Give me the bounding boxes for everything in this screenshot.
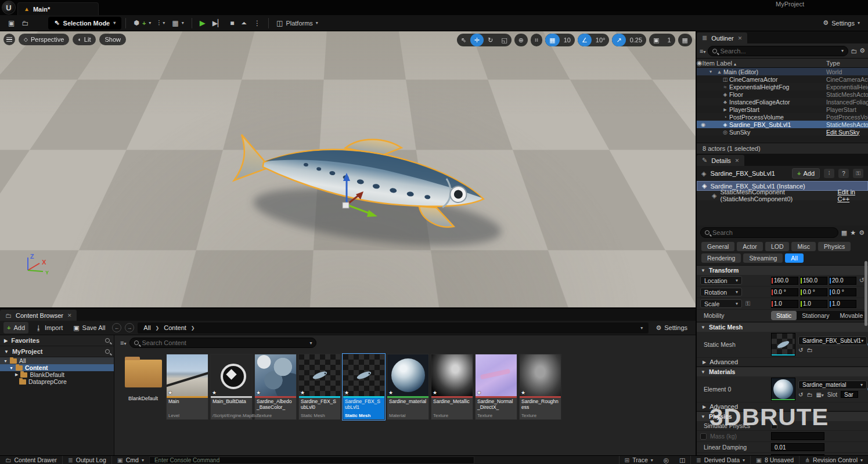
rotation-snap-value[interactable]: 10°: [592, 34, 610, 46]
maximize-viewport-button[interactable]: ▦: [678, 34, 692, 46]
tree-item-blankdefault[interactable]: ▶ BlankDefault: [0, 371, 114, 378]
type-column[interactable]: Type: [826, 60, 868, 67]
asset-folder-blankdefault[interactable]: BlankDefault: [122, 354, 164, 420]
details-scrollbar[interactable]: [865, 261, 867, 326]
material-thumbnail[interactable]: [771, 378, 795, 401]
outliner-row[interactable]: ≈ ExponentialHeightFogExponentialHeigh: [697, 83, 868, 90]
filter-physics[interactable]: Physics: [818, 242, 851, 251]
unlocked-icon[interactable]: ⚿: [853, 169, 863, 178]
sardine-mesh-render[interactable]: Z X Y: [0, 31, 696, 307]
outliner-search-input[interactable]: Search... ▾: [708, 46, 848, 56]
blueprint-convert-icon[interactable]: ⫶: [824, 169, 834, 178]
mobility-static[interactable]: Static: [771, 311, 797, 320]
eject-button[interactable]: ⏶: [237, 17, 250, 30]
gear-icon[interactable]: ⚙: [859, 229, 865, 237]
outliner-row[interactable]: ◈ FloorStaticMeshActor: [697, 90, 868, 98]
mass-override-checkbox[interactable]: [700, 433, 707, 440]
outliner-row[interactable]: ◫ CineCameraActorCineCameraActor: [697, 75, 868, 83]
browse-content-button[interactable]: 🗀: [18, 17, 32, 30]
gear-icon[interactable]: ⚙: [859, 47, 865, 55]
filter-actor[interactable]: Actor: [737, 242, 763, 251]
grid-snap-toggle[interactable]: ▦: [545, 34, 559, 46]
rotation-y-field[interactable]: 0.0 °: [800, 288, 827, 296]
static-mesh-advanced[interactable]: ▶Advanced: [697, 358, 868, 367]
console-command-input[interactable]: Enter Console Command: [149, 456, 474, 464]
slot-name-field[interactable]: Sar: [841, 391, 858, 398]
material-asset-dropdown[interactable]: Sardine_material▾: [798, 380, 867, 389]
location-y-field[interactable]: 150.0: [800, 277, 827, 285]
mass-field[interactable]: [771, 432, 824, 440]
content-drawer-button[interactable]: 🗀 Content Drawer: [0, 456, 62, 464]
camera-speed-value[interactable]: 1: [663, 34, 675, 46]
show-dropdown[interactable]: Show: [99, 34, 126, 45]
tab-outliner[interactable]: ≣ Outliner ✕: [697, 32, 747, 44]
details-search-input[interactable]: Search: [700, 227, 838, 238]
filter-misc[interactable]: Misc: [791, 242, 816, 251]
blueprints-dropdown[interactable]: ⫶▾: [154, 17, 168, 30]
3d-viewport[interactable]: Z X Y ◇ Perspective ◐ Lit Show ⇖ ✛ ↻ ◱ ⊕…: [0, 31, 696, 307]
asset-tile-sardine-material[interactable]: ★ Sardine_materialMaterial: [387, 354, 429, 420]
rotate-tool[interactable]: ↻: [484, 34, 497, 46]
forward-button[interactable]: →: [125, 323, 134, 332]
rotation-dropdown[interactable]: Rotation▾: [700, 288, 742, 296]
use-selected-icon[interactable]: ↺: [798, 392, 803, 398]
back-button[interactable]: ←: [112, 323, 121, 332]
breadcrumb-root[interactable]: All: [143, 324, 150, 331]
outliner-row[interactable]: ▾ ▲ Main (Editor)World: [697, 68, 868, 75]
chevron-down-icon[interactable]: ▾: [640, 325, 643, 331]
tree-item-dataprepcore[interactable]: DataprepCore: [0, 378, 114, 385]
play-button[interactable]: ▶: [196, 17, 209, 30]
asset-tile-sardine-fbx-sublvl1-selected[interactable]: ★ Sardine_FBX_SubLvl1Static Mesh: [343, 354, 385, 420]
edit-sunsky-link[interactable]: Edit SunSky: [826, 129, 859, 136]
tree-item-all[interactable]: ▼ All: [0, 357, 114, 364]
item-label-column[interactable]: Item Label ▴: [703, 60, 826, 67]
add-actor-dropdown[interactable]: ⬢+▾: [130, 17, 154, 30]
asset-tile-sardine-roughness[interactable]: ★ Sardine_RoughnessTexture: [519, 354, 561, 420]
outliner-column-header[interactable]: ◉ Item Label ▴ Type: [697, 58, 868, 68]
perspective-dropdown[interactable]: ◇ Perspective: [19, 34, 69, 45]
asset-tile-main-builtdata[interactable]: ★ Main_BuiltData/Script/Engine.MapBu...: [210, 354, 253, 420]
scale-y-field[interactable]: 1.0: [800, 300, 827, 308]
chevron-down-icon[interactable]: ▾: [841, 48, 844, 53]
help-icon[interactable]: ?: [838, 169, 849, 178]
outliner-row[interactable]: ◎ SunSky Edit SunSky: [697, 128, 868, 136]
world-space-toggle[interactable]: ⊕: [514, 34, 528, 46]
asset-tile-sardine-albedo[interactable]: ★ Sardine_Albedo_BaseColor_Texture: [254, 354, 297, 420]
filter-lod[interactable]: LOD: [765, 242, 790, 251]
filter-streaming[interactable]: Streaming: [743, 253, 783, 263]
scale-snap-toggle[interactable]: ↗: [612, 34, 625, 46]
scale-lock-icon[interactable]: ⚿: [745, 300, 750, 307]
revision-control-dropdown[interactable]: ⋔ Revision Control▾: [799, 456, 868, 464]
scale-x-field[interactable]: 1.0: [771, 300, 798, 308]
close-icon[interactable]: ✕: [735, 158, 740, 164]
asset-search-input[interactable]: Search Content ▾: [129, 338, 316, 348]
new-folder-icon[interactable]: 🗀: [851, 48, 857, 55]
asset-tile-main[interactable]: ★ MainLevel: [166, 354, 208, 420]
trace-dropdown[interactable]: ⊞ Trace▾: [620, 456, 658, 464]
tab-details[interactable]: ✎ Details ✕: [697, 155, 744, 166]
use-selected-icon[interactable]: ↺: [798, 347, 803, 353]
asset-tile-sardine-normal[interactable]: ★ Sardine_Normal_DirectX_Texture: [475, 354, 517, 420]
filter-general[interactable]: General: [701, 242, 734, 251]
asset-tile-sardine-fbx-sublvl0[interactable]: ★ Sardine_FBX_SubLvl0Static Mesh: [298, 354, 341, 420]
search-icon[interactable]: [105, 338, 110, 343]
filter-icon[interactable]: ≡▾: [700, 48, 705, 55]
static-mesh-section-header[interactable]: ▼Static Mesh: [697, 322, 868, 332]
skip-button[interactable]: ▶▏: [209, 17, 226, 30]
scale-dropdown[interactable]: Scale▾: [700, 299, 742, 308]
location-x-field[interactable]: 160.0: [771, 277, 798, 285]
grid-snap-value[interactable]: 10: [560, 34, 575, 46]
play-options-kebab[interactable]: ⋮: [250, 17, 264, 30]
rotation-x-field[interactable]: 0.0 °: [771, 288, 798, 296]
platforms-dropdown[interactable]: ◫ Platforms ▾: [273, 17, 322, 30]
component-row[interactable]: ◈ StaticMeshComponent (StaticMeshCompone…: [697, 191, 868, 200]
stop-button[interactable]: ■: [226, 17, 237, 30]
save-button[interactable]: ▣: [5, 17, 18, 30]
filter-icon[interactable]: ≡▾: [120, 339, 126, 346]
outliner-row[interactable]: ◔ PostProcessVolumePostProcessVolu: [697, 113, 868, 121]
select-tool[interactable]: ⇖: [457, 34, 470, 46]
favorites-star-icon[interactable]: ★: [850, 229, 856, 237]
surface-snap-toggle[interactable]: ⌗: [531, 34, 542, 46]
outliner-row[interactable]: ► PlayerStartPlayerStart: [697, 106, 868, 113]
material-options-icon[interactable]: ▦▾: [816, 392, 823, 398]
